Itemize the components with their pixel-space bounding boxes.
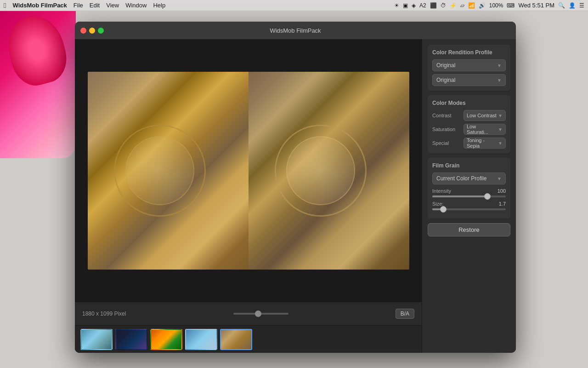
size-thumb[interactable] bbox=[440, 206, 447, 213]
main-content: 1880 x 1099 Pixel B/A bbox=[75, 39, 422, 353]
system-icon-brightness: ☀ bbox=[394, 2, 399, 9]
saturation-label: Saturation bbox=[432, 126, 461, 132]
thumbnail-2[interactable] bbox=[115, 329, 147, 350]
intensity-slider[interactable] bbox=[432, 196, 506, 197]
restore-button[interactable]: Restore bbox=[428, 223, 510, 236]
contrast-row: Contrast Low Contrast ▼ bbox=[432, 110, 506, 121]
minimize-button[interactable] bbox=[89, 28, 95, 34]
saturation-dropdown[interactable]: Low Saturati... ▼ bbox=[464, 124, 506, 135]
intensity-label-row: Intensity 100 bbox=[432, 188, 506, 194]
special-row: Special Toning - Sepia ▼ bbox=[432, 138, 506, 149]
close-button[interactable] bbox=[80, 28, 86, 34]
fg-profile-arrow: ▼ bbox=[497, 176, 502, 181]
menu-view[interactable]: View bbox=[106, 2, 119, 9]
film-grain-profile-dropdown[interactable]: Current Color Profile ▼ bbox=[432, 172, 506, 184]
list-icon[interactable]: ☰ bbox=[579, 2, 584, 9]
apple-menu[interactable]:  bbox=[4, 1, 6, 9]
intensity-fill bbox=[432, 196, 487, 197]
image-after bbox=[249, 72, 409, 270]
intensity-row: Intensity 100 bbox=[432, 188, 506, 197]
thumbnail-1[interactable] bbox=[80, 329, 113, 350]
system-icon-display: ▣ bbox=[403, 2, 408, 9]
intensity-label: Intensity bbox=[432, 188, 451, 194]
color-rendition-dropdown1[interactable]: Original ▼ bbox=[432, 59, 506, 71]
dropdown2-label: Original bbox=[436, 77, 455, 83]
battery-pct: 100% bbox=[489, 2, 503, 9]
window-body: 1880 x 1099 Pixel B/A bbox=[75, 39, 516, 353]
special-value: Toning - Sepia bbox=[467, 138, 498, 149]
zoom-thumb[interactable] bbox=[255, 310, 261, 317]
bottom-bar: 1880 x 1099 Pixel B/A bbox=[75, 302, 422, 325]
titlebar: WidsMob FilmPack bbox=[75, 22, 516, 39]
menubar-left:  WidsMob FilmPack File Edit View Window… bbox=[4, 1, 165, 9]
menubar:  WidsMob FilmPack File Edit View Window… bbox=[0, 0, 588, 11]
menubar-right: ☀ ▣ ◈ A2 ⬛ ⏱ ⚡ ▱ 📶 🔊 100% ⌨ Wed 5:51 PM … bbox=[394, 2, 584, 9]
special-label: Special bbox=[432, 140, 461, 146]
color-modes-title: Color Modes bbox=[432, 100, 506, 106]
zoom-slider-container bbox=[131, 313, 390, 315]
system-icon-camera: ⬛ bbox=[430, 2, 437, 9]
keyboard-icon: ⌨ bbox=[507, 2, 514, 9]
search-icon[interactable]: 🔍 bbox=[558, 2, 565, 9]
menu-file[interactable]: File bbox=[74, 2, 83, 9]
film-grain-title: Film Grain bbox=[432, 162, 506, 169]
contrast-value: Low Contrast bbox=[467, 113, 497, 118]
contrast-dropdown[interactable]: Low Contrast ▼ bbox=[464, 110, 506, 121]
thumbnail-5[interactable] bbox=[220, 329, 252, 350]
contrast-label: Contrast bbox=[432, 113, 461, 118]
app-name[interactable]: WidsMob FilmPack bbox=[12, 2, 67, 9]
contrast-arrow: ▼ bbox=[498, 113, 503, 118]
special-arrow: ▼ bbox=[498, 141, 503, 146]
dropdown1-label: Original bbox=[436, 62, 455, 69]
intensity-value: 100 bbox=[498, 188, 506, 194]
clock: Wed 5:51 PM bbox=[518, 2, 554, 9]
image-area bbox=[75, 39, 422, 302]
ba-button[interactable]: B/A bbox=[396, 309, 414, 319]
system-icon-astro: A2 bbox=[419, 2, 426, 9]
image-display bbox=[88, 72, 409, 270]
menu-help[interactable]: Help bbox=[153, 2, 165, 9]
system-icon-bluetooth: ⚡ bbox=[450, 2, 457, 9]
window-title: WidsMob FilmPack bbox=[270, 27, 321, 34]
app-window: WidsMob FilmPack bbox=[75, 22, 516, 353]
size-value: 1.7 bbox=[499, 201, 506, 207]
dropdown1-arrow: ▼ bbox=[497, 63, 502, 68]
desktop-background bbox=[0, 11, 76, 158]
thumbnail-4[interactable] bbox=[185, 329, 217, 350]
size-row: Size: 1.7 bbox=[432, 201, 506, 210]
saturation-arrow: ▼ bbox=[498, 127, 503, 132]
watch-overlay-after bbox=[275, 125, 367, 217]
system-icon-battery: ▱ bbox=[460, 2, 464, 9]
system-icon-airdrop: ◈ bbox=[412, 2, 416, 9]
system-icon-volume: 🔊 bbox=[479, 2, 486, 9]
color-rendition-title: Color Rendition Profile bbox=[432, 49, 506, 56]
zoom-button[interactable] bbox=[98, 28, 104, 34]
film-grain-section: Film Grain Current Color Profile ▼ Inten… bbox=[428, 158, 510, 218]
size-slider[interactable] bbox=[432, 208, 506, 210]
special-dropdown[interactable]: Toning - Sepia ▼ bbox=[464, 138, 506, 149]
color-modes-section: Color Modes Contrast Low Contrast ▼ Satu… bbox=[428, 95, 510, 153]
system-icon-wifi: 📶 bbox=[468, 2, 475, 9]
color-rendition-section: Color Rendition Profile Original ▼ Origi… bbox=[428, 45, 510, 91]
color-rendition-dropdown2[interactable]: Original ▼ bbox=[432, 74, 506, 86]
zoom-slider[interactable] bbox=[233, 313, 288, 315]
image-before bbox=[88, 72, 249, 270]
watch-inner-before bbox=[125, 136, 194, 205]
watch-overlay-before bbox=[114, 125, 206, 217]
thumbnail-strip bbox=[75, 325, 422, 353]
film-grain-profile-label: Current Color Profile bbox=[436, 175, 486, 182]
dropdown2-arrow: ▼ bbox=[497, 78, 502, 83]
size-label: Size: bbox=[432, 201, 443, 207]
pixel-info: 1880 x 1099 Pixel bbox=[82, 310, 126, 317]
right-panel: Color Rendition Profile Original ▼ Origi… bbox=[422, 39, 516, 353]
menu-window[interactable]: Window bbox=[125, 2, 147, 9]
traffic-lights bbox=[80, 28, 104, 34]
user-icon[interactable]: 👤 bbox=[569, 2, 576, 9]
thumbnail-3[interactable] bbox=[150, 329, 182, 350]
saturation-row: Saturation Low Saturati... ▼ bbox=[432, 124, 506, 135]
saturation-value: Low Saturati... bbox=[467, 124, 498, 135]
intensity-thumb[interactable] bbox=[484, 193, 491, 200]
system-icon-timemachine: ⏱ bbox=[441, 2, 446, 9]
watch-inner-after bbox=[286, 136, 355, 205]
menu-edit[interactable]: Edit bbox=[90, 2, 100, 9]
